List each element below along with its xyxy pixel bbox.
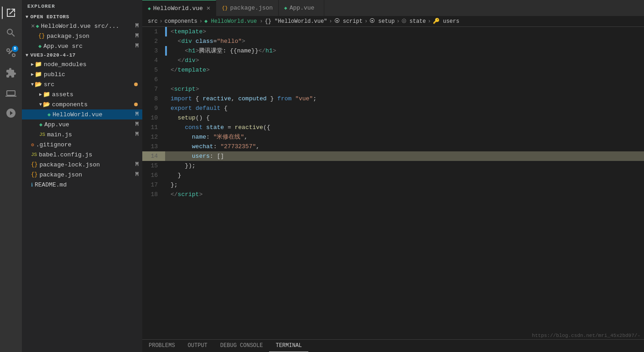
explorer-icon[interactable]: [2, 4, 20, 22]
code-line-16: 16 }: [142, 171, 644, 180]
line-num-8: 8: [142, 94, 165, 104]
tree-readme[interactable]: ℹ README.md: [22, 180, 142, 190]
vue-icon: ◆: [47, 111, 51, 118]
line-content-4: </div>: [167, 56, 644, 65]
source-control-icon[interactable]: B: [2, 44, 20, 62]
tab-output[interactable]: OUTPUT: [182, 340, 214, 352]
tree-components[interactable]: ▼ 📂 components: [22, 99, 142, 109]
bottom-tabs: PROBLEMS OUTPUT DEBUG CONSOLE TERMINAL: [142, 339, 644, 352]
code-editor[interactable]: 1 <template> 2 <div class="hello"> 3 <h1…: [142, 27, 644, 339]
md-icon: ℹ: [31, 182, 33, 188]
helloworldvue-label: HelloWorld.vue: [52, 111, 102, 118]
line-content-6: [167, 75, 644, 84]
line-num-15: 15: [142, 161, 165, 171]
breadcrumb-setup[interactable]: ⦿ setup: [369, 18, 395, 25]
problems-label: PROBLEMS: [149, 342, 175, 349]
tab-appvue[interactable]: ◆ App.vue: [279, 0, 324, 16]
project-section[interactable]: ▼ VUE3-2020-4-17: [22, 51, 142, 59]
tree-src[interactable]: ▼ 📂 src: [22, 79, 142, 89]
close-icon-0[interactable]: ✕: [31, 23, 35, 29]
code-line-5: 5 </template>: [142, 65, 644, 75]
tab-label-0: HelloWorld.vue: [153, 5, 203, 12]
tree-packagelock[interactable]: {} package-lock.json M: [22, 160, 142, 170]
modified-badge-0: M: [135, 23, 139, 29]
line-num-18: 18: [142, 190, 165, 199]
modified-badge: M: [135, 171, 139, 178]
breadcrumb-script[interactable]: ⦿ script: [334, 18, 363, 25]
modified-badge: M: [135, 161, 139, 168]
tree-helloworldvue[interactable]: ◆ HelloWorld.vue M: [22, 109, 142, 119]
tab-label-1: package.json: [230, 5, 273, 11]
tree-assets[interactable]: ▶ 📁 assets: [22, 89, 142, 99]
breadcrumb-components[interactable]: components: [165, 18, 197, 25]
open-editor-item-1[interactable]: {} package.json M: [22, 31, 142, 41]
tree-babel[interactable]: JS babel.config.js: [22, 150, 142, 160]
modified-dot: [134, 83, 138, 86]
breadcrumb-src[interactable]: src: [148, 18, 158, 25]
vue-icon: ◆: [39, 121, 42, 128]
tree-node-modules[interactable]: ▶ 📁 node_modules: [22, 59, 142, 69]
breadcrumb-helloworldvue-str[interactable]: {} "HelloWorld.vue": [265, 18, 327, 25]
sidebar: EXPLORER ▼ OPEN EDITORS ✕ ◆ HelloWorld.v…: [22, 0, 142, 352]
tab-close-icon[interactable]: ✕: [207, 5, 210, 11]
public-label: public: [44, 71, 65, 78]
modified-badge-1: M: [135, 33, 139, 39]
open-editors-section[interactable]: ▼ OPEN EDITORS: [22, 13, 142, 21]
editor-area: ◆ HelloWorld.vue ✕ {} package.json ◆ App…: [142, 0, 644, 352]
breadcrumb-sep-1: ›: [199, 18, 203, 25]
line-content-12: name: "米修在线",: [167, 132, 644, 142]
line-num-3: 3: [142, 46, 165, 56]
chevron-icon: ▶: [31, 72, 34, 77]
search-icon[interactable]: [2, 24, 20, 42]
debug-icon[interactable]: [2, 84, 20, 102]
appvue-label: App.vue: [44, 121, 69, 128]
project-chevron: ▼: [26, 53, 29, 58]
breadcrumb-helloworldvue[interactable]: ◆ HelloWorld.vue: [204, 18, 257, 25]
breadcrumb-state[interactable]: ⦾ state: [402, 18, 426, 25]
line-content-16: }: [167, 171, 644, 180]
tree-public[interactable]: ▶ 📁 public: [22, 69, 142, 79]
babel-label: babel.config.js: [39, 151, 92, 158]
chevron-icon: ▶: [31, 62, 34, 67]
vue-tab-icon: ◆: [148, 5, 151, 11]
chevron-icon: ▶: [39, 92, 42, 97]
tree-packagejson[interactable]: {} package.json M: [22, 170, 142, 180]
extensions-icon[interactable]: [2, 64, 20, 82]
tab-debug-console[interactable]: DEBUG CONSOLE: [214, 340, 270, 352]
git-icon: ⚙: [31, 142, 34, 148]
open-editor-name-0: HelloWorld.vue src/...: [41, 23, 119, 30]
line-num-4: 4: [142, 56, 165, 65]
open-editor-item-2[interactable]: ◆ App.vue src M: [22, 41, 142, 51]
packagelock-label: package-lock.json: [39, 161, 100, 168]
tab-problems[interactable]: PROBLEMS: [142, 340, 182, 352]
line-content-10: setup() {: [167, 113, 644, 123]
line-num-1: 1: [142, 27, 165, 36]
code-line-15: 15 });: [142, 161, 644, 171]
code-line-8: 8 import { reactive, computed } from "vu…: [142, 94, 644, 104]
components-label: components: [52, 101, 88, 108]
output-label: OUTPUT: [188, 342, 208, 349]
open-editor-item-0[interactable]: ✕ ◆ HelloWorld.vue src/... M: [22, 21, 142, 31]
tab-helloworldvue[interactable]: ◆ HelloWorld.vue ✕: [142, 0, 216, 16]
js-icon: JS: [39, 132, 45, 137]
tab-packagejson[interactable]: {} package.json: [216, 0, 279, 16]
remote-icon[interactable]: [2, 104, 20, 122]
tab-label-2: App.vue: [290, 5, 315, 11]
open-editor-name-2: App.vue src: [43, 43, 83, 50]
line-num-12: 12: [142, 132, 165, 142]
line-content-14: users: []: [167, 151, 644, 161]
tree-gitignore[interactable]: ⚙ .gitignore: [22, 140, 142, 150]
code-line-4: 4 </div>: [142, 56, 644, 65]
line-content-13: wechat: "27732357",: [167, 142, 644, 151]
breadcrumb-sep-0: ›: [160, 18, 163, 25]
modified-badge-2: M: [135, 43, 139, 49]
breadcrumb-users[interactable]: 🔑 users: [433, 18, 459, 25]
tab-terminal[interactable]: TERMINAL: [269, 340, 308, 352]
json-icon: {}: [31, 161, 37, 168]
line-num-11: 11: [142, 123, 165, 132]
line-num-14: 14: [142, 151, 165, 161]
tree-mainjs[interactable]: JS main.js M: [22, 129, 142, 140]
code-line-14: 14 users: []: [142, 151, 644, 161]
open-editor-name-1: package.json: [47, 33, 89, 40]
tree-appvue[interactable]: ◆ App.vue M: [22, 119, 142, 129]
